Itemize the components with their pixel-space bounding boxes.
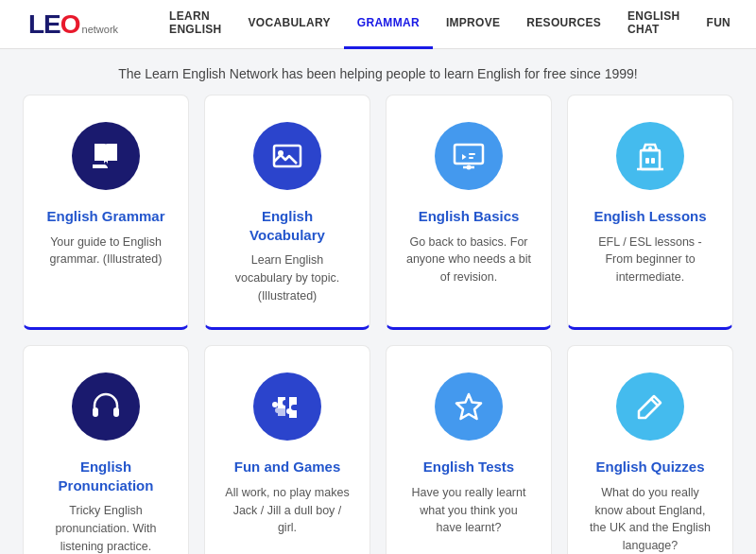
card-2[interactable]: English BasicsGo back to basics. For any… — [386, 95, 552, 330]
card-3[interactable]: English QuizzesWhat do you really know a… — [567, 345, 733, 554]
card-title: Fun and Games — [234, 458, 341, 476]
svg-rect-8 — [645, 158, 649, 164]
header: LEO network LEARN ENGLISHVOCABULARYGRAMM… — [0, 0, 756, 49]
headphone-icon — [72, 372, 140, 441]
svg-rect-12 — [113, 407, 119, 417]
card-0[interactable]: English PronunciationTricky English pron… — [23, 345, 189, 554]
nav-item-vocabulary[interactable]: VOCABULARY — [235, 0, 344, 49]
card-title: English Lessons — [593, 207, 706, 226]
card-desc: What do you really know about England, t… — [587, 484, 713, 554]
logo[interactable]: LEO network — [28, 9, 118, 40]
building-icon — [616, 122, 684, 190]
card-0[interactable]: English GrammarYour guide to English gra… — [23, 95, 189, 330]
card-1[interactable]: Fun and GamesAll work, no play makes Jac… — [204, 345, 370, 554]
logo-o: O — [60, 9, 80, 39]
card-title: English Vocabulary — [224, 207, 351, 244]
book-icon — [72, 122, 140, 190]
main-nav: LEARN ENGLISHVOCABULARYGRAMMARIMPROVERES… — [156, 0, 744, 49]
cards-row-1: English GrammarYour guide to English gra… — [23, 95, 733, 330]
card-title: English Basics — [419, 207, 520, 226]
card-desc: Tricky English pronunciation. With liste… — [43, 502, 169, 554]
nav-item-learn-english[interactable]: LEARN ENGLISH — [156, 0, 234, 49]
svg-rect-5 — [469, 153, 475, 155]
nav-item-improve[interactable]: IMPROVE — [433, 0, 513, 49]
card-title: English Quizzes — [595, 458, 704, 476]
card-desc: Have you really learnt what you think yo… — [405, 484, 532, 537]
svg-marker-13 — [456, 394, 481, 419]
svg-point-10 — [648, 147, 652, 150]
cards-row-2: English PronunciationTricky English pron… — [23, 345, 733, 554]
card-desc: Your guide to English grammar. (Illustra… — [43, 234, 169, 269]
nav-item-fun[interactable]: FUN — [694, 0, 745, 49]
nav-item-english-chat[interactable]: ENGLISH CHAT — [614, 0, 693, 49]
card-title: English Tests — [423, 458, 514, 476]
svg-rect-7 — [641, 150, 660, 169]
cards-section: English GrammarYour guide to English gra… — [0, 95, 756, 554]
nav-item-grammar[interactable]: GRAMMAR — [344, 0, 433, 49]
logo-text: LEO — [28, 9, 80, 40]
nav-item-resources[interactable]: RESOURCES — [513, 0, 614, 49]
svg-rect-11 — [93, 407, 98, 417]
card-title: English Pronunciation — [43, 458, 169, 494]
logo-network: network — [82, 24, 119, 35]
card-title: English Grammar — [46, 207, 164, 226]
svg-rect-6 — [469, 157, 473, 159]
card-1[interactable]: English VocabularyLearn English vocabula… — [204, 95, 370, 330]
tagline: The Learn English Network has been helpi… — [0, 49, 756, 95]
edit-icon — [616, 372, 684, 441]
svg-rect-9 — [651, 158, 655, 164]
card-desc: Learn English vocabulary by topic. (Illu… — [224, 251, 351, 304]
puzzle-icon — [253, 372, 321, 441]
star-icon — [435, 372, 503, 441]
card-desc: Go back to basics. For anyone who needs … — [405, 234, 532, 286]
card-3[interactable]: English LessonsEFL / ESL lessons - From … — [567, 95, 733, 330]
card-2[interactable]: English TestsHave you really learnt what… — [386, 345, 552, 554]
card-desc: All work, no play makes Jack / Jill a du… — [224, 484, 351, 537]
screen-icon — [435, 122, 503, 190]
image-icon — [253, 122, 321, 190]
card-desc: EFL / ESL lessons - From beginner to int… — [587, 234, 713, 286]
